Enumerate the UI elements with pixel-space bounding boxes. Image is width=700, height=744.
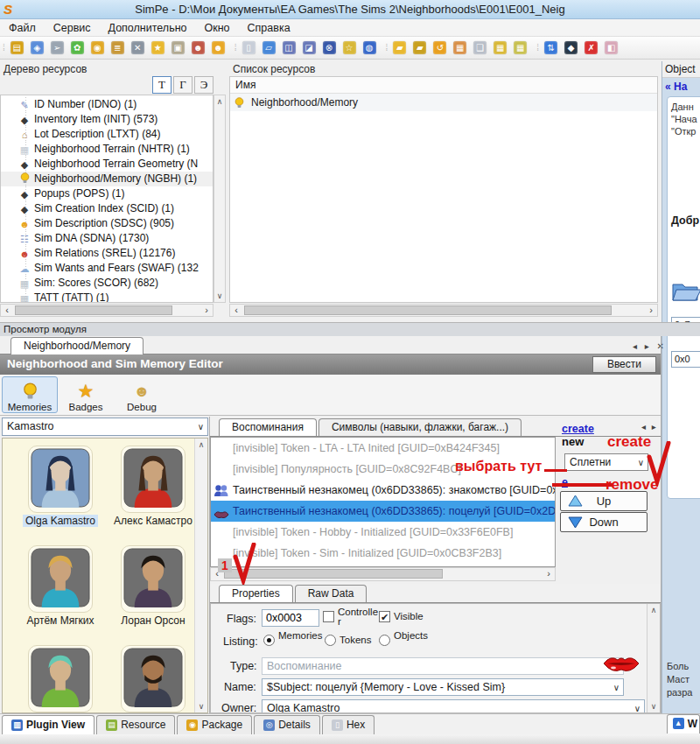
users-lock-icon[interactable]: ☻ (189, 39, 207, 57)
dock-back-link[interactable]: « На (662, 78, 700, 95)
alarm-icon[interactable]: ◆ (562, 39, 580, 57)
view-tab-hex[interactable]: ▯Hex (322, 715, 374, 734)
bottom-right-tab[interactable]: ▲ W (667, 714, 700, 733)
tree-item[interactable]: ✎ID Number (IDNO) (1) (1, 97, 213, 112)
menu-item-4[interactable]: Справка (239, 20, 299, 36)
view-tab-details[interactable]: ◎Details (254, 715, 320, 734)
dock-field-2[interactable]: 0x0 (671, 351, 700, 368)
family-select[interactable]: Kamastro ∨ (2, 418, 208, 436)
wizard2-icon[interactable]: ☆ (340, 39, 359, 57)
view-tab-plugin-view[interactable]: ▥Plugin View (2, 715, 94, 734)
delete-icon[interactable]: ✗ (582, 39, 600, 57)
tree-item[interactable]: ⌂Lot Description (LTXT) (84) (1, 127, 213, 142)
tree-item[interactable]: ☻Sim Description (SDSC) (905) (1, 216, 213, 231)
tree-horizontal-scrollbar[interactable]: ‹ › (0, 304, 214, 317)
tree-item[interactable]: ☁Sim Wants and Fears (SWAF) (132 (1, 261, 213, 276)
memory-row[interactable]: [invisible] Token - LTA - LTA Inited [GU… (211, 438, 555, 459)
tree-item[interactable]: ☷Sim DNA (SDNA) (1730) (1, 231, 213, 246)
tree-item[interactable]: ▦Sim: Scores (SCOR) (682) (1, 276, 213, 291)
create-new-label[interactable]: new (562, 435, 584, 448)
tree-item[interactable]: ◆Sim Creation Index (SCID) (1) (1, 201, 213, 216)
properties-scrollbar[interactable]: ∧ ∨ (647, 604, 660, 712)
tree-item[interactable]: ◆Popups (POPS) (1) (1, 186, 213, 201)
controller-checkbox[interactable] (323, 611, 334, 622)
mark-delete-icon[interactable]: ▦ (451, 39, 469, 57)
tree-item[interactable]: ☻Sim Relations (SREL) (12176) (1, 246, 213, 261)
new-file-icon[interactable]: ▯ (240, 39, 258, 57)
sim-portrait[interactable] (28, 446, 93, 513)
export-icon[interactable]: ▰ (410, 39, 429, 57)
name-select[interactable]: $Subject: поцелуй {Memory - Love - Kisse… (262, 678, 624, 696)
type-select[interactable]: Воспоминание ∨ (262, 657, 624, 675)
menu-item-2[interactable]: Дополнительно (100, 20, 196, 36)
restore-icon[interactable]: ↺ (430, 39, 449, 57)
web-search-icon[interactable]: ◍ (360, 39, 379, 57)
grid-icon[interactable]: ▦ (511, 39, 529, 57)
list-icon[interactable]: ≣ (108, 39, 127, 57)
sim-portrait[interactable] (28, 545, 93, 613)
menu-item-3[interactable]: Окно (196, 20, 239, 36)
tab-properties[interactable]: Properties (219, 585, 293, 602)
tools-icon[interactable]: ✕ (129, 39, 147, 57)
resource-row[interactable]: Neighborhood/Memory (230, 94, 657, 111)
move-down-button[interactable]: Down (560, 512, 648, 532)
sim-cell[interactable]: Лоран Орсон (108, 545, 199, 627)
tab-raw-data[interactable]: Raw Data (295, 585, 368, 602)
sim-cell[interactable]: Артём Мягких (15, 545, 106, 627)
tree-item[interactable]: Neighborhood/Memory (NGBH) (1) (1, 172, 213, 186)
package-icon[interactable]: ▤ (8, 39, 26, 57)
view-tab-resource[interactable]: ▤Resource (96, 715, 175, 734)
listing-tokens-radio[interactable] (325, 635, 336, 646)
tree-item[interactable]: ▦TATT (TATT) (1) (1, 291, 213, 303)
filter-button-Т[interactable]: Т (152, 76, 172, 94)
tab-neighborhood-memory[interactable]: Neighborhood/Memory (10, 337, 144, 354)
listing-objects-radio[interactable] (379, 635, 390, 646)
sim-cell[interactable]: Алекс Камастро (108, 446, 199, 527)
tab-tokens[interactable]: Символы (навыки, флажки, багаж...) (318, 418, 522, 436)
filter-button-Э[interactable]: Э (194, 76, 214, 94)
owner-select[interactable]: Olga Kamastro ∨ (262, 699, 645, 713)
tree-vertical-scrollbar[interactable]: ∧ ∨ (214, 95, 226, 303)
listing-memories-radio[interactable] (263, 635, 275, 646)
memory-list[interactable]: [invisible] Token - LTA - LTA Inited [GU… (210, 437, 556, 567)
tool-debug-button[interactable]: ☻Debug (114, 376, 170, 413)
save-icon[interactable]: ◫ (280, 39, 298, 57)
tab-memories[interactable]: Воспоминания (219, 418, 317, 436)
shield-icon[interactable]: ◉ (88, 39, 107, 57)
wizard-icon[interactable]: ★ (149, 39, 167, 57)
sim-portrait[interactable] (121, 645, 186, 712)
create-link[interactable]: create (562, 423, 594, 435)
sim-cell[interactable]: Макс Камастро (15, 645, 106, 713)
menu-item-1[interactable]: Сервис (45, 20, 100, 36)
tool-memories-button[interactable]: Memories (2, 376, 58, 413)
save-as-icon[interactable]: ◪ (300, 39, 318, 57)
tab-scroll-close-icons[interactable]: ◂ ▸ ✕ (633, 341, 667, 351)
visible-checkbox[interactable]: ✔ (379, 611, 390, 622)
sim-cell[interactable]: Максим Мягких (108, 645, 199, 713)
sim-portrait[interactable] (121, 446, 186, 513)
sync-icon[interactable]: ⇅ (542, 39, 560, 57)
tree-item[interactable]: ◆Inventory Item (INIT) (573) (1, 112, 213, 127)
move-up-button[interactable]: Up (560, 491, 648, 511)
memory-row[interactable]: [invisible] Token - Sim - Initialized [G… (211, 543, 555, 564)
memory-horizontal-scrollbar[interactable]: ‹ › (210, 567, 556, 581)
memory-category-select[interactable]: Сплетни ∨ (564, 453, 648, 471)
memory-row[interactable]: [invisible] Token - Hobby - Initialized … (211, 522, 555, 543)
user-icon[interactable]: ☻ (209, 39, 228, 57)
database-icon[interactable]: ◈ (28, 39, 46, 57)
memory-row[interactable]: Таинственный незнакомец (0x6DD33865): по… (211, 501, 555, 522)
table-icon[interactable]: ▦ (491, 39, 509, 57)
plugin-icon[interactable]: ✿ (68, 39, 87, 57)
comment-icon[interactable]: ❑ (471, 39, 489, 57)
tree-item[interactable]: ◆Neighborhood Terrain Geometry (N (1, 157, 213, 172)
flags-input[interactable] (262, 609, 319, 627)
resource-tree[interactable]: ✎ID Number (IDNO) (1)◆Inventory Item (IN… (0, 95, 214, 303)
eraser-icon[interactable]: ◧ (602, 39, 620, 57)
sim-cell[interactable]: Olga Kamastro (15, 446, 106, 527)
menu-item-0[interactable]: Файл (0, 20, 45, 36)
import-icon[interactable]: ▰ (390, 39, 409, 57)
camera-icon[interactable]: ▣ (169, 39, 187, 57)
send-icon[interactable]: ➢ (48, 39, 66, 57)
memory-row[interactable]: Таинственный незнакомец (0x6DD33865): зн… (211, 480, 555, 501)
tool-badges-button[interactable]: ★Badges (58, 376, 114, 413)
